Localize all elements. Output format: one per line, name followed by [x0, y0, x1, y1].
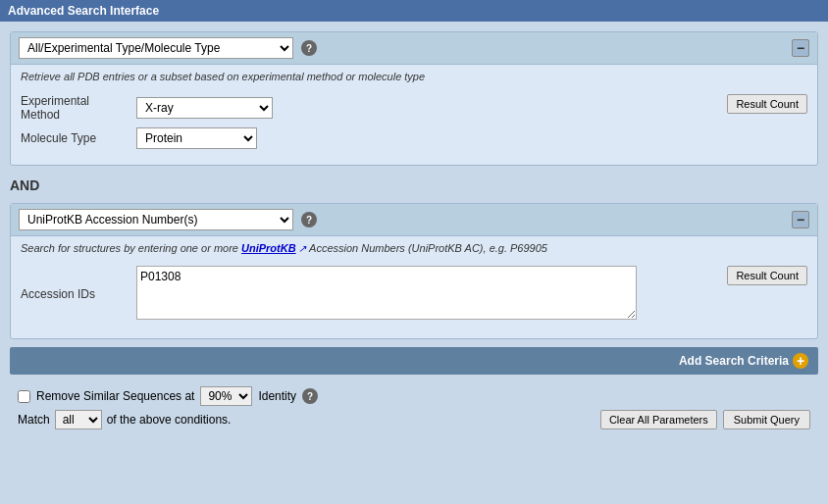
accession-ids-label: Accession IDs — [21, 287, 129, 301]
block2-desc-after: Accession Numbers (UniProtKB AC), e.g. P… — [306, 242, 547, 254]
experimental-method-select[interactable]: X-ray NMR Electron Microscopy Neutron Di… — [136, 97, 273, 119]
add-criteria-label: Add Search Criteria — [679, 354, 789, 368]
title-bar: Advanced Search Interface — [0, 0, 828, 22]
bottom-bar: Remove Similar Sequences at 90% 70% 50% … — [10, 382, 818, 410]
identity-help-icon[interactable]: ? — [302, 388, 318, 404]
molecule-type-label: Molecule Type — [21, 131, 129, 145]
block2-collapse-btn[interactable]: − — [792, 211, 809, 228]
identity-select[interactable]: 90% 70% 50% 40% 30% — [200, 386, 252, 406]
block2-header: UniProtKB Accession Number(s) ? − — [11, 204, 817, 236]
submit-query-btn[interactable]: Submit Query — [723, 410, 810, 429]
bottom-left-controls: Remove Similar Sequences at 90% 70% 50% … — [18, 386, 810, 406]
add-criteria-button[interactable]: Add Search Criteria + — [679, 353, 808, 369]
match-select[interactable]: all any — [55, 410, 102, 429]
block2-desc-before: Search for structures by entering one or… — [21, 242, 241, 254]
match-row: Match all any of the above conditions. C… — [10, 410, 818, 433]
block1-help-icon[interactable]: ? — [301, 40, 317, 56]
identity-label: Identity — [258, 389, 296, 403]
accession-ids-row: Accession IDs P01308 — [21, 266, 719, 323]
block1-type-select[interactable]: All/Experimental Type/Molecule Type — [19, 37, 293, 59]
block1-result-count-btn[interactable]: Result Count — [727, 94, 807, 114]
molecule-type-row: Molecule Type Protein DNA RNA DNA/RNA Hy… — [21, 127, 719, 149]
clear-all-btn[interactable]: Clear All Parameters — [600, 410, 717, 429]
block1-fields: Experimental Method X-ray NMR Electron M… — [21, 94, 719, 155]
remove-similar-label: Remove Similar Sequences at — [36, 389, 194, 403]
experimental-method-row: Experimental Method X-ray NMR Electron M… — [21, 94, 719, 122]
of-above-label: of the above conditions. — [107, 413, 232, 427]
and-label: AND — [10, 174, 818, 197]
match-label: Match — [18, 413, 50, 427]
block2-help-icon[interactable]: ? — [301, 212, 317, 227]
search-block-2: UniProtKB Accession Number(s) ? − Search… — [10, 203, 818, 339]
block1-description: Retrieve all PDB entries or a subset bas… — [11, 65, 817, 88]
block1-collapse-btn[interactable]: − — [792, 39, 809, 57]
search-block-1: All/Experimental Type/Molecule Type ? − … — [10, 31, 818, 166]
external-link-icon: ↗ — [296, 243, 307, 254]
main-content: All/Experimental Type/Molecule Type ? − … — [0, 22, 828, 443]
block2-type-select[interactable]: UniProtKB Accession Number(s) — [19, 209, 293, 230]
block2-fields: Accession IDs P01308 — [21, 266, 719, 328]
match-controls: Match all any of the above conditions. — [18, 410, 231, 429]
accession-ids-textarea[interactable]: P01308 — [136, 266, 637, 320]
bottom-right-buttons: Clear All Parameters Submit Query — [600, 410, 810, 429]
block1-body: Experimental Method X-ray NMR Electron M… — [11, 88, 817, 165]
block2-description: Search for structures by entering one or… — [11, 236, 817, 260]
add-criteria-plus-icon: + — [793, 353, 808, 369]
experimental-method-label: Experimental Method — [21, 94, 129, 122]
block1-header: All/Experimental Type/Molecule Type ? − — [11, 32, 817, 65]
accession-textarea-container: P01308 — [136, 266, 637, 323]
title-text: Advanced Search Interface — [8, 4, 159, 18]
block2-body: Accession IDs P01308 Result Count — [11, 260, 817, 338]
add-criteria-bar: Add Search Criteria + — [10, 347, 818, 375]
remove-similar-checkbox[interactable] — [18, 390, 30, 403]
molecule-type-select[interactable]: Protein DNA RNA DNA/RNA Hybrid Other — [136, 127, 257, 149]
block2-result-count-btn[interactable]: Result Count — [727, 266, 807, 285]
uniprot-link[interactable]: UniProtKB — [241, 242, 296, 254]
